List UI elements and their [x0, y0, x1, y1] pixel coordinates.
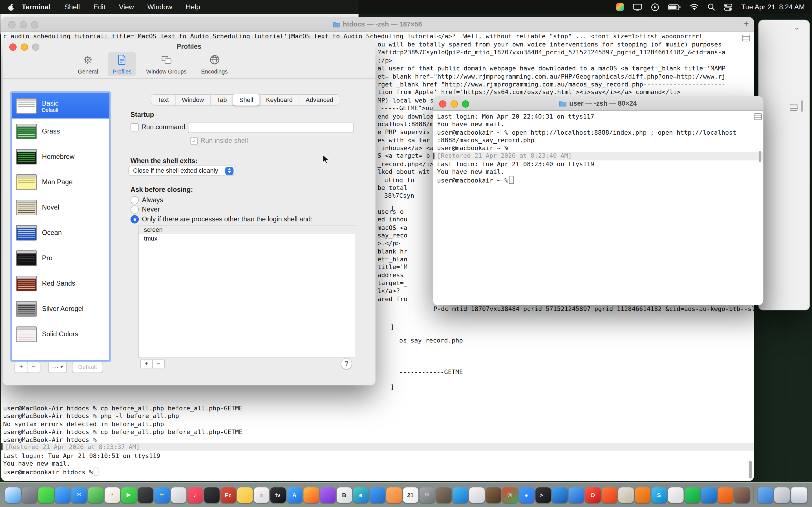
dock-launchpad[interactable]: [21, 487, 37, 503]
dock-notes[interactable]: [237, 487, 252, 503]
profile-row-basic[interactable]: BasicDefault: [12, 93, 109, 119]
dock-docker[interactable]: [701, 487, 716, 503]
dock-dictionary[interactable]: [469, 487, 485, 503]
profile-row-solid-colors[interactable]: Solid Colors: [12, 321, 109, 347]
radio-only-if-processes[interactable]: [131, 215, 139, 223]
dock-brave[interactable]: [601, 487, 617, 503]
apple-menu-icon[interactable]: [7, 3, 15, 11]
remove-process-button[interactable]: −: [152, 359, 165, 369]
radio-always[interactable]: [131, 196, 139, 204]
dock-stocks[interactable]: [204, 487, 219, 503]
dock-gimp[interactable]: [436, 487, 451, 503]
dock-files-stack[interactable]: [774, 487, 790, 503]
help-button[interactable]: ?: [341, 358, 352, 369]
menu-shell[interactable]: Shell: [57, 3, 87, 11]
profile-row-silver-aerogel[interactable]: Silver Aerogel: [12, 296, 109, 321]
user-titlebar[interactable]: user — -zsh — 80×24: [433, 96, 763, 111]
scrollbar-thumb[interactable]: [801, 100, 803, 112]
app-grid-icon[interactable]: [616, 3, 624, 11]
page-mark-icon[interactable]: [754, 113, 762, 120]
run-inside-shell-checkbox[interactable]: ✓: [190, 137, 198, 145]
search-icon[interactable]: [708, 3, 716, 11]
dock-chess[interactable]: [486, 487, 501, 503]
dock-zoom[interactable]: ●: [518, 487, 534, 503]
dock-spotify[interactable]: [684, 487, 700, 503]
dock-contacts[interactable]: [170, 487, 186, 503]
run-command-checkbox[interactable]: [131, 123, 139, 131]
control-center-icon[interactable]: [724, 3, 732, 11]
dock-podcasts[interactable]: [320, 487, 335, 503]
profile-row-ocean[interactable]: Ocean: [12, 220, 109, 245]
dock-slack[interactable]: [668, 487, 683, 503]
screen-record-icon[interactable]: [651, 3, 659, 11]
wifi-icon[interactable]: [690, 4, 699, 10]
dock-vlc[interactable]: [635, 487, 650, 503]
tab-keyboard[interactable]: Keyboard: [259, 95, 299, 105]
tab-advanced[interactable]: Advanced: [299, 95, 340, 105]
page-mark-icon[interactable]: [742, 35, 750, 41]
menu-clock[interactable]: Tue Apr 21 8:24 AM: [741, 3, 805, 11]
dock-app-store[interactable]: A: [287, 487, 302, 503]
menu-help[interactable]: Help: [179, 3, 207, 11]
dock-facetime[interactable]: ▶: [121, 487, 137, 503]
toolbar-profiles[interactable]: Profiles: [108, 52, 136, 76]
shell-exit-select[interactable]: Close if the shell exited cleanly: [129, 166, 235, 176]
dock-system-settings[interactable]: ⚙: [419, 487, 435, 503]
user-terminal-content[interactable]: Last login: Mon Apr 20 22:40:31 on ttys1…: [433, 111, 763, 305]
battery-icon[interactable]: [668, 4, 681, 10]
dock-skype[interactable]: S: [651, 487, 667, 503]
dock-keka[interactable]: [734, 487, 750, 503]
dock-photos[interactable]: *: [104, 487, 120, 503]
process-list[interactable]: screentmux: [138, 225, 355, 358]
dock-keynote[interactable]: [370, 487, 385, 503]
add-profile-button[interactable]: +: [14, 362, 28, 373]
add-process-button[interactable]: +: [140, 359, 153, 369]
dock-tv[interactable]: tv: [270, 487, 286, 503]
display-icon[interactable]: [633, 3, 642, 11]
scrollbar-thumb[interactable]: [749, 461, 752, 478]
scrollbar-thumb[interactable]: [759, 151, 761, 162]
profile-row-homebrew[interactable]: Homebrew: [12, 144, 109, 169]
tab-overflow-chevron[interactable]: ⌄: [794, 23, 800, 31]
new-tab-button[interactable]: +: [744, 19, 749, 29]
htdocs-titlebar[interactable]: htdocs — -zsh — 187×56 +: [1, 17, 754, 32]
dock-photo-booth[interactable]: [138, 487, 153, 503]
dock-opera[interactable]: O: [585, 487, 601, 503]
dock-chrome[interactable]: ◎: [502, 487, 518, 503]
profile-row-novel[interactable]: Novel: [12, 194, 109, 220]
dock-xcode[interactable]: [568, 487, 584, 503]
profile-actions-button[interactable]: ···: [48, 362, 67, 373]
menu-view[interactable]: View: [112, 3, 141, 11]
dock-postman[interactable]: [718, 487, 733, 503]
toolbar-window-groups[interactable]: Window Groups: [142, 52, 192, 76]
process-item-tmux[interactable]: tmux: [139, 234, 355, 243]
toolbar-general[interactable]: General: [73, 52, 103, 76]
dock-terminal[interactable]: >_: [535, 487, 551, 503]
dock-trash[interactable]: [791, 487, 807, 503]
tab-tab[interactable]: Tab: [210, 95, 233, 105]
dock-handbrake[interactable]: [618, 487, 633, 503]
dock-edge[interactable]: e: [353, 487, 368, 503]
dock-weather[interactable]: ☀: [154, 487, 169, 503]
dock-safari[interactable]: [55, 487, 70, 503]
profile-row-grass[interactable]: Grass: [12, 119, 109, 144]
dock-filezilla[interactable]: Fz: [220, 487, 236, 503]
dock-downloads[interactable]: [757, 487, 773, 503]
dock-firefox[interactable]: [303, 487, 319, 503]
menu-window[interactable]: Window: [141, 3, 179, 11]
tab-shell[interactable]: Shell: [233, 94, 260, 105]
default-button[interactable]: Default: [72, 362, 103, 373]
dock-calendar[interactable]: 21: [403, 487, 418, 503]
dock-messages[interactable]: [38, 487, 54, 503]
dock-mail[interactable]: ✉: [71, 487, 87, 503]
run-command-input[interactable]: [188, 122, 354, 133]
dock-books[interactable]: [386, 487, 402, 503]
dock-reminders[interactable]: ≡: [253, 487, 269, 503]
menu-app-name[interactable]: Terminal: [22, 3, 50, 11]
toolbar-encodings[interactable]: Encodings: [197, 52, 232, 76]
radio-never[interactable]: [131, 205, 139, 214]
dock-finder[interactable]: [5, 487, 20, 503]
page-mark-icon[interactable]: [790, 104, 798, 111]
remove-profile-button[interactable]: −: [27, 362, 41, 373]
tab-text[interactable]: Text: [151, 95, 175, 105]
